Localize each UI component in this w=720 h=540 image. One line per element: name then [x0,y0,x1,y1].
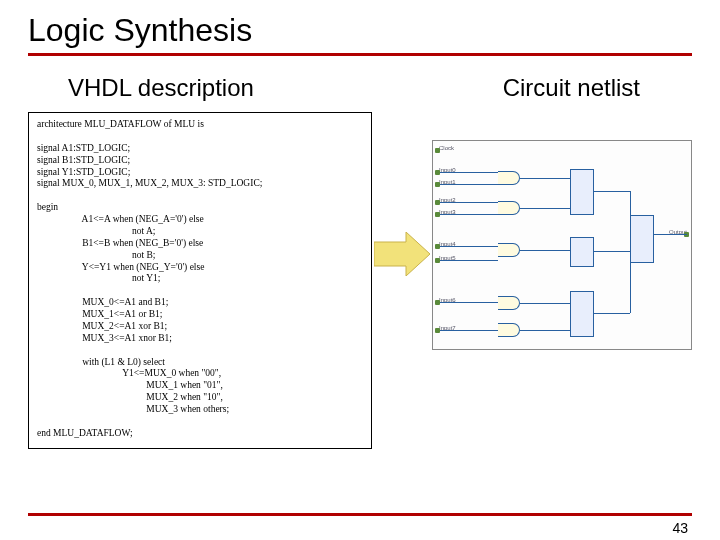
code-line [37,285,363,297]
wire [594,251,630,252]
wire [594,313,630,314]
svg-marker-0 [374,232,430,276]
mux-icon [570,169,594,215]
mux-icon [630,215,654,263]
title-underline [28,53,692,56]
code-line: MUX_0<=A1 and B1; [37,297,363,309]
gate-icon [498,243,520,257]
code-line: not A; [37,226,363,238]
wire [440,330,498,331]
page-number: 43 [672,520,688,536]
wire [520,178,570,179]
code-line: Y1<=MUX_0 when "00", [37,368,363,380]
wire [520,208,570,209]
code-line: B1<=B when (NEG_B='0') else [37,238,363,250]
code-line: MUX_2<=A1 xor B1; [37,321,363,333]
gate-icon [498,296,520,310]
gate-icon [498,201,520,215]
code-line: not Y1; [37,273,363,285]
mux-icon [570,291,594,337]
code-line: MUX_2 when "10", [37,392,363,404]
code-line: with (L1 & L0) select [37,357,363,369]
code-line: end MLU_DATAFLOW; [37,428,363,440]
code-line: architecture MLU_DATAFLOW of MLU is [37,119,363,131]
wire [440,260,498,261]
wire [440,172,498,173]
code-line: begin [37,202,363,214]
vhdl-code-box: architecture MLU_DATAFLOW of MLU is sign… [28,112,372,449]
subtitle-right: Circuit netlist [503,74,640,102]
code-line [37,190,363,202]
code-line: MUX_3<=A1 xnor B1; [37,333,363,345]
slide-title: Logic Synthesis [28,12,692,49]
wire [440,214,498,215]
code-line: signal A1:STD_LOGIC; [37,143,363,155]
code-line: A1<=A when (NEG_A='0') else [37,214,363,226]
wire [520,330,570,331]
wire [440,302,498,303]
code-line [37,131,363,143]
arrow-icon [374,232,430,276]
code-line: signal MUX_0, MUX_1, MUX_2, MUX_3: STD_L… [37,178,363,190]
code-line: not B; [37,250,363,262]
content-row: architecture MLU_DATAFLOW of MLU is sign… [28,112,692,449]
wire [440,202,498,203]
subtitle-left: VHDL description [68,74,254,102]
pin-icon [435,148,440,153]
net-label: Clock [439,145,454,151]
slide: Logic Synthesis VHDL description Circuit… [0,0,720,540]
code-line: MUX_1 when "01", [37,380,363,392]
gate-icon [498,323,520,337]
code-line: signal B1:STD_LOGIC; [37,155,363,167]
right-column: Clock Input0 Input1 Input2 Input3 Input4… [382,140,692,350]
code-line: MUX_3 when others; [37,404,363,416]
wire [520,250,570,251]
circuit-netlist-diagram: Clock Input0 Input1 Input2 Input3 Input4… [432,140,692,350]
mux-icon [570,237,594,267]
gate-icon [498,171,520,185]
code-line: MUX_1<=A1 or B1; [37,309,363,321]
wire [440,184,498,185]
footer-underline [28,513,692,516]
subtitle-row: VHDL description Circuit netlist [28,74,692,112]
code-line: signal Y1:STD_LOGIC; [37,167,363,179]
wire [440,246,498,247]
code-line [37,345,363,357]
wire [520,303,570,304]
wire [594,191,630,192]
wire [654,234,687,235]
code-line [37,416,363,428]
code-line: Y<=Y1 when (NEG_Y='0') else [37,262,363,274]
